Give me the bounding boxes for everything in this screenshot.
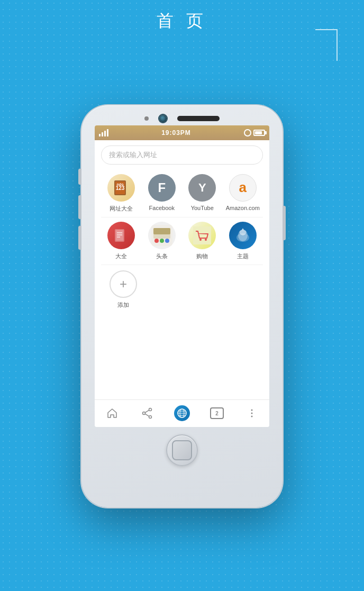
phone-shell: 19:03PM 搜索或输入网址 [81,105,283,507]
facebook-label: Facebook [149,205,175,211]
signal-bar-2 [102,132,103,137]
svg-rect-5 [116,230,123,241]
add-item[interactable]: + 添加 [110,270,137,309]
annotation-line [336,29,338,61]
page-title: 首 页 [157,10,208,33]
app-item-facebook[interactable]: F Facebook [144,174,180,213]
daquan-icon [107,222,135,249]
search-bar-container: 搜索或输入网址 [95,140,269,170]
app-item-amazon[interactable]: a Amazon.com [225,174,261,213]
svg-point-12 [154,239,159,243]
signal-bar-1 [99,134,101,137]
nav-tabs-button[interactable]: 2 [206,403,228,424]
browser-icon [174,405,190,421]
home-icon [106,407,118,419]
svg-point-22 [143,412,145,415]
battery-icon [253,130,265,136]
clock-icon [244,129,251,137]
daquan-label: 大全 [115,252,127,260]
sensor-dot [144,116,149,121]
shopping-label: 购物 [196,252,208,260]
svg-point-21 [149,416,152,419]
add-circle: + [110,270,137,298]
more-icon [246,407,258,419]
app-item-theme[interactable]: 主题 [225,222,261,260]
status-time: 19:03PM [161,129,191,137]
svg-text:ndo: ndo [117,183,124,186]
app-row-1: 123 ndo 网址大全 F Facebook Y YouTube [101,170,263,217]
add-label: 添加 [117,301,129,309]
svg-point-13 [160,239,164,243]
app-item-wangzhi[interactable]: 123 ndo 网址大全 [103,174,139,213]
sensor-row [144,115,220,122]
svg-point-17 [205,239,207,241]
app-grid: 123 ndo 网址大全 F Facebook Y YouTube [95,170,269,399]
add-row: + 添加 [101,265,263,314]
svg-point-14 [165,239,169,243]
toutiao-label: 头条 [156,252,168,260]
shopping-icon [188,222,216,249]
svg-point-16 [199,239,202,241]
nav-share-button[interactable] [136,403,158,424]
svg-point-31 [251,413,253,414]
svg-rect-15 [193,226,211,244]
status-icons [244,129,265,137]
app-item-youtube[interactable]: Y YouTube [184,174,220,213]
svg-point-32 [251,416,253,417]
signal-bar-4 [107,129,108,137]
volume-up-button[interactable] [78,195,81,219]
svg-line-24 [145,414,149,416]
earpiece-speaker [177,116,220,121]
signal-bar-3 [104,131,106,137]
amazon-letter: a [239,179,247,196]
facebook-icon: F [148,174,176,202]
amazon-icon: a [229,174,257,202]
bottom-nav-bar: 2 [95,399,269,427]
nav-more-button[interactable] [241,403,262,424]
app-item-toutiao[interactable]: 头条 [144,222,180,260]
phone-top [81,105,283,122]
svg-point-20 [149,408,152,411]
search-placeholder: 搜索或输入网址 [109,150,157,160]
toutiao-icon [148,222,176,249]
phone-screen: 19:03PM 搜索或输入网址 [95,125,269,427]
tabs-count: 2 [215,411,219,416]
tabs-count-badge: 2 [210,407,224,419]
search-bar[interactable]: 搜索或输入网址 [101,146,263,165]
app-item-daquan[interactable]: 大全 [103,222,139,260]
status-bar: 19:03PM [95,125,269,140]
youtube-label: YouTube [191,205,214,211]
app-item-shopping[interactable]: 购物 [184,222,220,260]
home-button-inner [172,440,192,460]
app-row-2: 大全 头条 [101,217,263,265]
wangzhi-icon: 123 ndo [107,174,135,202]
front-camera [159,115,167,122]
svg-rect-11 [153,228,170,234]
svg-line-23 [145,410,149,413]
nav-browser-button[interactable] [171,403,193,424]
volume-down-button[interactable] [78,226,81,250]
theme-icon [229,222,257,249]
amazon-label: Amazon.com [226,205,260,211]
power-button[interactable] [283,206,286,240]
signal-icon [99,129,108,137]
mute-button[interactable] [78,169,81,185]
add-plus-symbol: + [120,277,127,292]
share-icon [141,407,153,419]
nav-home-button[interactable] [102,403,123,424]
wangzhi-label: 网址大全 [110,205,133,213]
youtube-icon: Y [188,174,216,202]
home-hardware-button[interactable] [166,434,198,466]
theme-label: 主题 [237,252,249,260]
battery-fill [255,131,262,134]
home-button-area [166,427,198,477]
svg-point-30 [251,410,253,411]
